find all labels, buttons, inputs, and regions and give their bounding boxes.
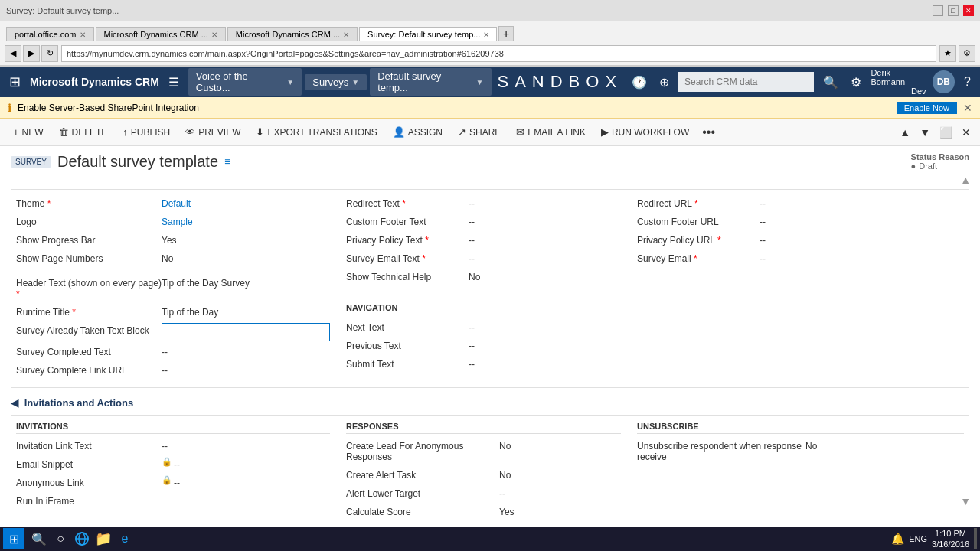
export-translations-button[interactable]: ⬇ EXPORT TRANSLATIONS	[249, 122, 384, 142]
breadcrumb-surveys[interactable]: Surveys ▼	[305, 74, 367, 90]
command-bar: + NEW 🗑 DELETE ↑ PUBLISH 👁 PREVIEW ⬇ EXP…	[0, 119, 980, 146]
header-text-row: Header Text (shown on every page) * Tip …	[16, 276, 330, 302]
tab-crm1[interactable]: Microsoft Dynamics CRM ... ✕	[96, 27, 226, 41]
new-tab-btn[interactable]: +	[498, 26, 514, 41]
user-menu[interactable]: Derik Bormann Dev	[871, 68, 926, 96]
refresh-btn[interactable]: ↻	[41, 45, 58, 62]
form-title-edit-icon[interactable]: ≡	[224, 155, 230, 168]
redirect-text-row: Redirect Text * --	[346, 196, 621, 211]
add-icon[interactable]: ⊕	[656, 72, 672, 93]
minimize-btn[interactable]: ─	[933, 5, 943, 16]
email-snippet-label: Email Snippet	[16, 457, 162, 472]
taskbar-cortana[interactable]: ○	[51, 529, 70, 549]
nav-right: 🕐 ⊕ 🔍 ⚙ Derik Bormann Dev DB ?	[629, 68, 974, 96]
enable-now-button[interactable]: Enable Now	[897, 102, 957, 114]
tab-crm1-close[interactable]: ✕	[211, 31, 217, 39]
survey-complete-url-value: --	[162, 363, 168, 378]
workflow-icon: ▶	[601, 126, 609, 138]
tab-crm2-close[interactable]: ✕	[343, 31, 349, 39]
custom-footer-url-value: --	[760, 214, 766, 230]
preview-button[interactable]: 👁 PREVIEW	[178, 122, 247, 142]
settings-icon[interactable]: ⚙	[848, 72, 864, 93]
publish-button[interactable]: ↑ PUBLISH	[116, 122, 177, 142]
taskbar-show-desktop[interactable]	[974, 528, 977, 549]
more-commands-button[interactable]: •••	[697, 122, 720, 142]
user-avatar[interactable]: DB	[933, 70, 956, 93]
browser-actions: ★ ⚙	[939, 45, 975, 62]
expand-button[interactable]: ⬜	[936, 125, 956, 140]
forward-btn[interactable]: ▶	[23, 45, 40, 62]
help-icon[interactable]: ?	[961, 72, 974, 92]
run-workflow-button[interactable]: ▶ RUN WORKFLOW	[594, 122, 696, 142]
search-icon[interactable]: 🔍	[820, 72, 841, 93]
search-input[interactable]	[678, 72, 814, 92]
breadcrumb-surveys-label: Surveys	[312, 77, 348, 88]
tab-portal-label: portal.office.com	[15, 30, 77, 39]
logo-value[interactable]: Sample	[162, 214, 193, 230]
unsubscribe-sub-header: UNSUBSCRIBE	[637, 422, 964, 434]
waffle-icon[interactable]: ⊞	[6, 70, 24, 93]
restore-btn[interactable]: □	[948, 5, 959, 16]
menu-icon[interactable]: ☰	[165, 72, 182, 93]
address-bar[interactable]: https://myriumdev.crm.dynamics.com/main.…	[61, 45, 936, 62]
survey-already-taken-input[interactable]	[162, 323, 330, 341]
assign-button[interactable]: 👤 ASSIGN	[386, 122, 449, 142]
share-button[interactable]: ↗ SHARE	[451, 122, 508, 142]
unsubscribe-col: UNSUBSCRIBE Unsubscribe respondent when …	[629, 422, 964, 530]
header-text-label: Header Text (shown on every page) *	[16, 276, 162, 302]
main-fields-grid: Theme * Default Logo Sample Show Progres…	[11, 189, 969, 388]
back-btn[interactable]: ◀	[5, 45, 21, 62]
survey-email-row: Survey Email * --	[637, 251, 964, 266]
next-text-row: Next Text --	[346, 320, 621, 335]
tab-portal-close[interactable]: ✕	[80, 31, 86, 39]
email-link-button[interactable]: ✉ EMAIL A LINK	[509, 122, 593, 142]
survey-completed-row: Survey Completed Text --	[16, 344, 330, 360]
tab-portal[interactable]: portal.office.com ✕	[6, 27, 94, 41]
delete-button[interactable]: 🗑 DELETE	[52, 122, 115, 142]
custom-footer-url-row: Custom Footer URL --	[637, 214, 964, 230]
right-column: Redirect URL * -- Custom Footer URL -- P…	[629, 196, 964, 381]
survey-email-text-value: --	[469, 251, 475, 266]
tab-crm2[interactable]: Microsoft Dynamics CRM ... ✕	[227, 27, 358, 41]
start-button[interactable]: ⊞	[3, 528, 24, 549]
tab-survey-close[interactable]: ✕	[483, 31, 489, 39]
share-icon: ↗	[458, 126, 466, 138]
close-form-button[interactable]: ✕	[959, 125, 974, 140]
alert-text: Enable Server-Based SharePoint Integrati…	[18, 103, 890, 113]
new-button[interactable]: + NEW	[6, 122, 51, 142]
alert-bar: ℹ Enable Server-Based SharePoint Integra…	[0, 97, 980, 119]
form-header: SURVEY Default survey template ≡ Status …	[0, 146, 980, 174]
favorites-btn[interactable]: ★	[939, 45, 956, 62]
survey-badge[interactable]: SURVEY	[11, 156, 51, 168]
survey-complete-url-label: Survey Complete Link URL	[16, 363, 162, 378]
previous-text-value: --	[469, 338, 475, 354]
breadcrumb-voice-label: Voice of the Custo...	[196, 70, 284, 93]
alert-close-icon[interactable]: ✕	[963, 102, 972, 114]
breadcrumb-template-chevron: ▼	[476, 78, 484, 86]
navigation-header: NAVIGATION	[346, 303, 621, 315]
taskbar-file-explorer[interactable]: 📁	[93, 529, 113, 549]
theme-value[interactable]: Default	[162, 196, 191, 211]
privacy-policy-url-label: Privacy Policy URL *	[637, 233, 760, 248]
form-body: Theme * Default Logo Sample Show Progres…	[0, 186, 980, 530]
recent-icon[interactable]: 🕐	[629, 72, 650, 93]
breadcrumb-template[interactable]: Default survey temp... ▼	[370, 68, 491, 96]
tab-survey[interactable]: Survey: Default survey temp... ✕	[359, 27, 497, 41]
invitations-header-label: Invitations and Actions	[24, 397, 134, 409]
show-page-numbers-label: Show Page Numbers	[16, 251, 162, 266]
close-btn[interactable]: ✕	[963, 5, 974, 16]
taskbar-search[interactable]: 🔍	[29, 529, 49, 549]
tools-btn[interactable]: ⚙	[959, 45, 975, 62]
scroll-up-button[interactable]: ▲	[897, 125, 913, 140]
left-column: Theme * Default Logo Sample Show Progres…	[16, 196, 338, 381]
privacy-policy-text-value: --	[469, 233, 475, 248]
anonymous-link-label: Anonymous Link	[16, 475, 162, 491]
taskbar-ie[interactable]	[72, 529, 92, 549]
taskbar-edge[interactable]: e	[115, 529, 135, 549]
previous-text-label: Previous Text	[346, 338, 469, 354]
submit-text-label: Submit Text	[346, 357, 469, 372]
breadcrumb-voice[interactable]: Voice of the Custo... ▼	[188, 68, 302, 96]
invitations-section-header[interactable]: ◀ Invitations and Actions	[11, 397, 969, 409]
scroll-down-button[interactable]: ▼	[916, 125, 933, 140]
taskbar-notification-icon[interactable]: 🔔	[891, 533, 904, 545]
